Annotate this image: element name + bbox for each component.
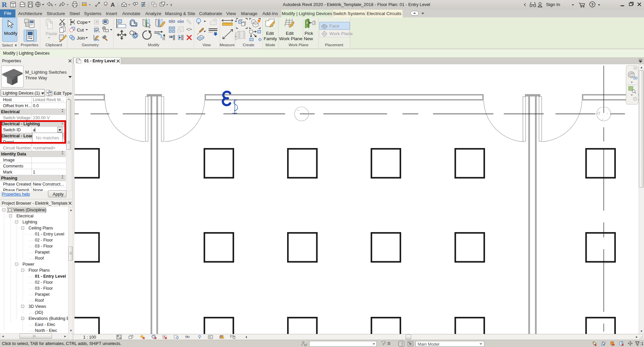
svg-text:1: 1 [105, 3, 107, 6]
svg-text:Family: Family [264, 36, 277, 41]
svg-text:Sign In: Sign In [546, 2, 560, 7]
svg-text:Join: Join [77, 36, 85, 41]
svg-text:2D: 2D [633, 76, 638, 80]
svg-text:Work Plane: Work Plane [329, 31, 353, 36]
svg-text:Cope: Cope [77, 20, 88, 25]
svg-text:A: A [111, 2, 115, 8]
svg-text:Work Plane: Work Plane [279, 36, 303, 41]
svg-text:Cut: Cut [77, 27, 84, 32]
svg-text:Paste: Paste [46, 31, 57, 36]
svg-text:New: New [304, 36, 313, 41]
svg-text:?: ? [591, 3, 594, 7]
svg-text:Pick: Pick [305, 31, 313, 36]
svg-text:Modify: Modify [4, 31, 17, 36]
svg-text:Edit: Edit [286, 31, 294, 36]
svg-text:R: R [2, 0, 7, 9]
svg-text:Edit: Edit [266, 31, 274, 36]
svg-text:Face: Face [329, 23, 339, 28]
